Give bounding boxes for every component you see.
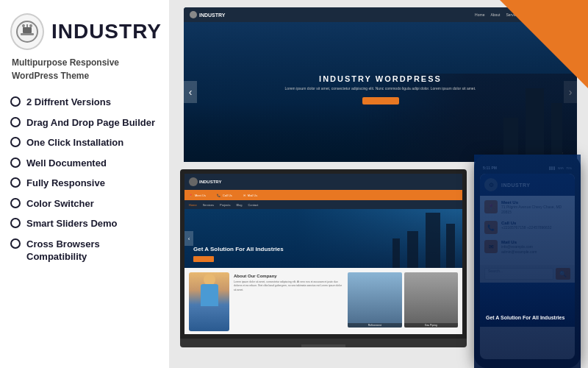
logo-icon <box>10 13 44 50</box>
svg-rect-5 <box>26 24 28 27</box>
feature-item-2: Drag And Drop Page Builder <box>10 116 162 130</box>
bullet-icon-6 <box>10 198 21 208</box>
laptop-nav-blog: Blog <box>236 203 242 207</box>
laptop-hero-btn[interactable] <box>193 256 214 262</box>
bullet-icon-5 <box>10 177 21 188</box>
nav-link-home: Home <box>475 13 484 17</box>
logo-area: INDUSTRY <box>10 13 162 50</box>
laptop-logo: INDUSTRY <box>189 177 221 186</box>
feature-item-1: 2 Diffrent Versions <box>10 96 162 109</box>
feature-item-8: Cross Browsers Compatibility <box>10 238 162 263</box>
laptop-about-title: About Our Company <box>234 274 343 278</box>
laptop-screen: INDUSTRY 📍Meet Us 📞Call Us ✉Mail Us <box>180 169 467 339</box>
laptop-nav-home: Home <box>189 203 197 207</box>
laptop-meetup: 📍Meet Us <box>189 194 206 197</box>
laptop-img1-label: Refinement <box>348 323 402 328</box>
laptop-mailus: ✉Mail Us <box>243 194 257 197</box>
laptop-navbar: Home Services Projects Blog Contact <box>184 200 462 209</box>
bullet-icon-4 <box>10 158 21 168</box>
laptop-img-1: Refinement <box>348 272 402 328</box>
desktop-prev-arrow[interactable]: ‹ <box>184 81 197 103</box>
main-content: INDUSTRY Home About Services Projects Bl… <box>169 0 588 368</box>
feature-item-4: Well Documented <box>10 157 162 170</box>
laptop-contact-bar: 📍Meet Us 📞Call Us ✉Mail Us <box>184 190 462 200</box>
svg-rect-2 <box>21 33 34 35</box>
features-list: 2 Diffrent Versions Drag And Drop Page B… <box>10 96 162 263</box>
feature-item-3: One Click Installation <box>10 136 162 149</box>
laptop-about-text: About Our Company Lorem ipsum dolor sit … <box>232 272 345 330</box>
brand-name: INDUSTRY <box>51 20 162 43</box>
laptop-about-images: Refinement Gas Piping <box>348 272 458 330</box>
bullet-icon-2 <box>10 117 21 127</box>
desktop-hero-title: INDUSTRY WORDPRESS <box>285 74 476 83</box>
laptop-about-body: Lorem ipsum dolor sit amet, consectetur … <box>234 280 343 292</box>
laptop-hero-text: Get A Solution For All Industries <box>193 246 284 253</box>
bottom-section: INDUSTRY 📍Meet Us 📞Call Us ✉Mail Us <box>180 155 581 368</box>
phone-hero: Get A Solution For All Industries <box>480 283 575 327</box>
bullet-icon-8 <box>10 238 21 249</box>
feature-item-6: Color Switcher <box>10 197 162 210</box>
laptop-nav-projects: Projects <box>220 203 230 207</box>
bullet-icon-7 <box>10 218 21 228</box>
brand-subtitle: Multipurpose Responsive WordPress Theme <box>10 56 162 82</box>
feature-item-5: Fully Responsive <box>10 177 162 190</box>
desktop-nav-logo: INDUSTRY <box>190 11 226 18</box>
sidebar: INDUSTRY Multipurpose Responsive WordPre… <box>0 0 169 368</box>
laptop-base <box>180 339 467 347</box>
laptop-img2-label: Gas Piping <box>404 323 459 328</box>
bullet-icon-3 <box>10 137 21 147</box>
laptop-inner: INDUSTRY 📍Meet Us 📞Call Us ✉Mail Us <box>184 174 462 334</box>
laptop-header: INDUSTRY <box>184 174 462 190</box>
svg-rect-6 <box>23 24 24 27</box>
bullet-icon-1 <box>10 96 21 107</box>
phone-mockup: 5:11 PM ▌▌▌ WiFi 75% ⚙ INDUSTRY 📍 <box>474 155 581 368</box>
feature-item-7: Smart Sliders Demo <box>10 217 162 230</box>
laptop-about: About Our Company Lorem ipsum dolor sit … <box>184 268 462 334</box>
laptop-prev-arrow[interactable]: ‹ <box>184 231 193 246</box>
laptop-img-2: Gas Piping <box>404 272 459 328</box>
orange-triangle-decoration <box>500 0 588 88</box>
desktop-read-more-btn[interactable] <box>362 97 399 105</box>
laptop-hero: Get A Solution For All Industries ‹ <box>184 209 462 268</box>
laptop-nav-contact: Contact <box>248 203 258 207</box>
laptop-nav-services: Services <box>203 203 214 207</box>
phone-hero-text: Get A Solution For All Industries <box>486 315 569 321</box>
svg-rect-1 <box>23 27 32 33</box>
laptop-mockup: INDUSTRY 📍Meet Us 📞Call Us ✉Mail Us <box>180 169 474 361</box>
nav-link-about: About <box>490 13 500 17</box>
laptop-callus: 📞Call Us <box>217 194 232 197</box>
svg-rect-7 <box>30 24 32 27</box>
phone-screen: ⚙ INDUSTRY 📍 Meet Us 71 Pilgrim Avenue C… <box>480 174 575 359</box>
desktop-hero-subtitle: Lorem ipsum dolor sit amet, consectetur … <box>285 86 476 91</box>
